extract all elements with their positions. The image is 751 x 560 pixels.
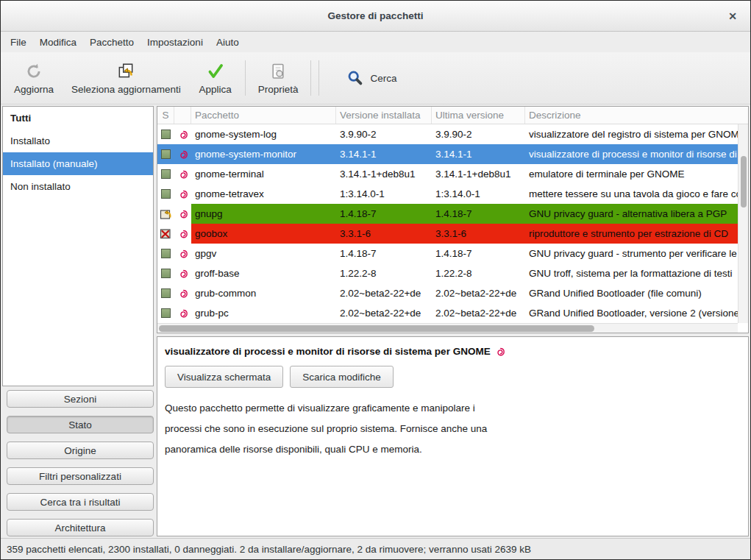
column-header-icon[interactable] <box>174 107 191 124</box>
debian-swirl-icon <box>174 263 191 283</box>
column-header-description[interactable]: Descrizione <box>525 107 738 124</box>
close-icon[interactable]: ✕ <box>725 9 740 24</box>
package-description-cell: visualizzatore del registro di sistema p… <box>525 124 738 144</box>
sidebar-button[interactable]: Filtri personalizzati <box>7 467 154 485</box>
package-description-cell: GRand Unified Bootloader, versione 2 (ve… <box>525 303 738 323</box>
sidebar-button[interactable]: Origine <box>7 442 154 459</box>
latest-version: 3.14.1-1 <box>432 144 525 164</box>
package-table: S Pacchetto Versione installata Ultima v… <box>157 106 749 333</box>
table-row[interactable]: grub-common 2.02~beta2-22+de 2.02~beta2-… <box>157 283 738 303</box>
menu-pacchetto[interactable]: Pacchetto <box>83 34 140 51</box>
latest-version: 1.4.18-7 <box>432 244 525 263</box>
menubar: FileModificaPacchettoImpostazioniAiuto <box>1 32 750 52</box>
filter-item[interactable]: Non installato <box>3 175 153 198</box>
properties-label: Proprietà <box>258 84 299 95</box>
package-name: gnome-tetravex <box>191 184 336 204</box>
package-name: gpgv <box>191 244 336 263</box>
mark-upgrades-button[interactable]: Seleziona aggiornamenti <box>63 55 190 101</box>
latest-version: 2.02~beta2-22+de <box>432 303 525 323</box>
vertical-scrollbar[interactable] <box>738 124 748 323</box>
menu-modifica[interactable]: Modifica <box>33 34 83 51</box>
menu-file[interactable]: File <box>4 34 33 51</box>
horizontal-scrollbar-thumb[interactable] <box>159 325 594 332</box>
debian-swirl-icon <box>174 144 191 164</box>
package-status-icon[interactable] <box>157 144 174 164</box>
debian-swirl-icon <box>174 124 191 144</box>
package-status-icon[interactable] <box>157 204 174 224</box>
package-description-cell: emulatore di terminale per GNOME <box>525 164 738 184</box>
package-status-icon[interactable] <box>157 224 174 244</box>
sidebar-button[interactable]: Stato <box>7 416 154 433</box>
package-status-icon[interactable] <box>157 303 174 323</box>
refresh-button[interactable]: Aggiorna <box>5 55 63 101</box>
apply-check-icon <box>206 61 225 82</box>
filter-mode-buttons: SezioniStatoOrigineFiltri personalizzati… <box>2 390 154 536</box>
package-name: gnome-system-monitor <box>191 144 336 164</box>
installed-version: 3.14.1-1 <box>336 144 432 164</box>
installed-version: 2.02~beta2-22+de <box>336 303 432 323</box>
search-label: Cerca <box>370 73 396 84</box>
table-row[interactable]: gnome-system-monitor 3.14.1-1 3.14.1-1 v… <box>157 144 738 164</box>
changelog-button[interactable]: Scarica modifiche <box>290 366 394 388</box>
search-button[interactable]: Cerca <box>336 62 407 94</box>
menu-impostazioni[interactable]: Impostazioni <box>140 34 210 51</box>
column-header-latest[interactable]: Ultima versione <box>432 107 525 124</box>
sidebar-button[interactable]: Sezioni <box>7 390 154 408</box>
apply-button[interactable]: Applica <box>190 55 241 101</box>
table-body: gnome-system-log 3.9.90-2 3.9.90-2 visua… <box>157 124 748 323</box>
table-row[interactable]: groff-base 1.22.2-8 1.22.2-8 GNU troff, … <box>157 263 738 283</box>
installed-version: 1.4.18-7 <box>336 204 432 224</box>
mark-upgrades-icon <box>116 61 135 82</box>
properties-button[interactable]: Proprietà <box>249 55 307 101</box>
mark-upgrades-label: Seleziona aggiornamenti <box>71 84 181 95</box>
package-status-icon[interactable] <box>157 263 174 283</box>
filter-item[interactable]: Installato (manuale) <box>3 152 153 175</box>
package-name: grub-pc <box>191 303 336 323</box>
screenshot-button[interactable]: Visualizza schermata <box>165 366 283 388</box>
table-row[interactable]: goobox 3.3.1-6 3.3.1-6 riproduttore e st… <box>157 224 738 244</box>
latest-version: 1.22.2-8 <box>432 263 525 283</box>
toolbar: Aggiorna Seleziona aggiornamenti Applica <box>1 52 750 104</box>
sidebar-button[interactable]: Architettura <box>7 519 154 536</box>
debian-swirl-icon <box>495 347 505 357</box>
latest-version: 3.9.90-2 <box>432 124 525 144</box>
installed-version: 1.4.18-7 <box>336 244 432 263</box>
latest-version: 1:3.14.0-1 <box>432 184 525 204</box>
table-row[interactable]: gnome-system-log 3.9.90-2 3.9.90-2 visua… <box>157 124 738 144</box>
table-row[interactable]: grub-pc 2.02~beta2-22+de 2.02~beta2-22+d… <box>157 303 738 323</box>
table-row[interactable]: gnupg 1.4.18-7 1.4.18-7 GNU privacy guar… <box>157 204 738 224</box>
table-row[interactable]: gnome-terminal 3.14.1-1+deb8u1 3.14.1-1+… <box>157 164 738 184</box>
package-status-icon[interactable] <box>157 283 174 303</box>
table-row[interactable]: gnome-tetravex 1:3.14.0-1 1:3.14.0-1 met… <box>157 184 738 204</box>
statusbar-text: 359 pacchetti elencati, 2300 installati,… <box>7 544 531 555</box>
vertical-scrollbar-thumb[interactable] <box>741 156 747 208</box>
toolbar-separator <box>245 60 246 96</box>
column-header-status[interactable]: S <box>157 107 174 124</box>
column-header-package[interactable]: Pacchetto <box>191 107 336 124</box>
main-area: TuttiInstallatoInstallato (manuale)Non i… <box>1 104 750 538</box>
package-panel: S Pacchetto Versione installata Ultima v… <box>157 106 749 536</box>
package-status-icon[interactable] <box>157 124 174 144</box>
package-status-icon[interactable] <box>157 184 174 204</box>
package-name: gnome-system-log <box>191 124 336 144</box>
properties-icon <box>268 61 288 82</box>
debian-swirl-icon <box>174 164 191 184</box>
package-status-icon[interactable] <box>157 244 174 263</box>
search-icon <box>346 69 364 87</box>
installed-version: 3.14.1-1+deb8u1 <box>336 164 432 184</box>
sidebar-button[interactable]: Cerca tra i risultati <box>7 493 154 511</box>
package-description-cell: visualizzatore di processi e monitor di … <box>525 144 738 164</box>
package-status-icon[interactable] <box>157 164 174 184</box>
table-row[interactable]: gpgv 1.4.18-7 1.4.18-7 GNU privacy guard… <box>157 244 738 263</box>
package-description: Questo pacchetto permette di visualizzar… <box>165 398 741 460</box>
package-description-cell: mettere tessere su una tavola da gioco e… <box>525 184 738 204</box>
filter-item[interactable]: Tutti <box>3 107 153 130</box>
detail-buttons: Visualizza schermata Scarica modifiche <box>165 366 741 388</box>
installed-version: 3.9.90-2 <box>336 124 432 144</box>
menu-aiuto[interactable]: Aiuto <box>210 34 246 51</box>
installed-version: 1:3.14.0-1 <box>336 184 432 204</box>
column-header-installed[interactable]: Versione installata <box>336 107 432 124</box>
package-name: goobox <box>191 224 336 244</box>
filter-item[interactable]: Installato <box>3 130 153 152</box>
horizontal-scrollbar[interactable] <box>157 323 738 333</box>
